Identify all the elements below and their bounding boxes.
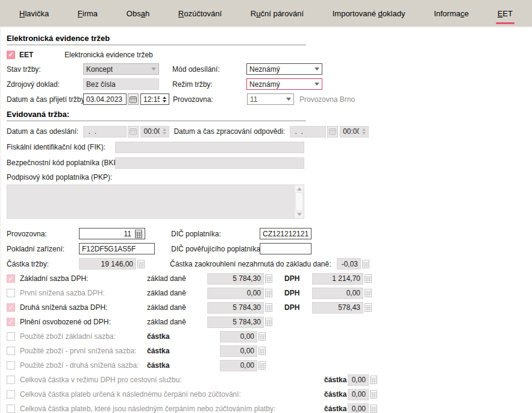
- dic-poplatnika-input[interactable]: CZ1212121218: [260, 228, 311, 239]
- section-title-evidovana-trzba: Evidovaná tržba:: [7, 109, 306, 121]
- checkbox-druha-snizena[interactable]: [7, 303, 15, 312]
- calculator-grid-icon: [370, 390, 377, 399]
- calendar-icon[interactable]: [128, 93, 139, 105]
- tab-obsah[interactable]: Obsah: [123, 7, 153, 20]
- total-row: Celková částka v režimu DPH pro cestovní…: [7, 373, 526, 387]
- scrollbar-thumb[interactable]: [295, 192, 303, 211]
- used-goods-label: Použité zboží základní sazba:: [20, 332, 147, 341]
- fik-row: Fiskální identifikační kód (FIK):: [7, 139, 526, 155]
- castka-label: částka: [324, 376, 346, 384]
- checkbox-zakladni-sazba[interactable]: [7, 274, 15, 283]
- mod-odesilani-label: Mód odesílání:: [172, 65, 246, 74]
- castka-field: 0,00: [220, 331, 257, 342]
- used-goods-row: Použité zboží - první snížená sazba: čás…: [7, 344, 526, 358]
- calculator-grid-icon: [370, 405, 377, 413]
- checkbox-pouzite-druha[interactable]: [7, 361, 15, 370]
- calculator-grid-icon: [265, 274, 272, 283]
- checkbox-naslednym-cerpanim[interactable]: [7, 405, 15, 413]
- calculator-grid-icon: [365, 289, 372, 297]
- base-amount-label: základ daně: [147, 289, 207, 297]
- castka-label: částka: [324, 390, 346, 399]
- dic-poverujiciho-input[interactable]: [260, 243, 311, 254]
- time-spinner: [163, 128, 166, 134]
- used-goods-label: Použité zboží - druhá snížená sazba:: [20, 361, 147, 370]
- calculator-grid-icon: [258, 332, 266, 341]
- checkbox-prvni-snizena[interactable]: [7, 289, 15, 297]
- calendar-icon: [128, 126, 139, 137]
- base-amount-field: 0,00: [207, 288, 264, 299]
- castka-field: 0,00: [348, 374, 369, 386]
- castka-field: 0,00: [348, 389, 369, 400]
- eet-checkbox-label: EET: [19, 51, 64, 59]
- provozovna2-input[interactable]: 11: [79, 228, 145, 239]
- cas-prijeti-time-input[interactable]: 12:15: [140, 93, 169, 105]
- tax-row-label: Druhá snížená sazba DPH:: [20, 303, 147, 312]
- time-spinner[interactable]: [163, 96, 166, 102]
- datum-prijeti-label: Datum a čas přijetí tržby:: [7, 95, 83, 104]
- zdrojovy-doklad-field: Bez čísla: [83, 78, 159, 90]
- calculator-grid-icon: [362, 260, 369, 268]
- stav-trzby-select[interactable]: Koncept: [83, 63, 159, 75]
- eet-checkbox[interactable]: [7, 51, 15, 59]
- rezim-trzby-select[interactable]: Neznámý: [246, 78, 322, 90]
- pokladni-dic2-row: Pokladní zařízení: F12DF5G1AS5F DIČ pově…: [7, 241, 526, 256]
- eet-enable-row: EET Elektronická evidence tržeb: [7, 48, 526, 61]
- datum-prijeti-row: Datum a čas přijetí tržby: 03.04.2023 12…: [7, 92, 526, 107]
- zaokrouhleni-field: -0,03: [337, 258, 361, 270]
- tax-row: První snížená sazba DPH: základ daně 0,0…: [7, 286, 526, 300]
- chevron-down-icon: [286, 98, 291, 101]
- checkbox-pouzite-prvni[interactable]: [7, 347, 15, 355]
- tab-importovane-doklady[interactable]: Importované doklady: [329, 7, 409, 20]
- fik-field: [115, 142, 304, 153]
- pokladni-zarizeni-input[interactable]: F12DF5G1AS5F: [79, 243, 155, 254]
- castka-label: částka: [324, 405, 346, 413]
- castka-field: 0,00: [220, 360, 257, 371]
- provozovna-dic-row: Provozovna: 11 DIČ poplatníka: CZ1212121…: [7, 226, 526, 241]
- stav-trzby-label: Stav tržby:: [7, 65, 83, 74]
- tab-firma[interactable]: Firma: [74, 7, 101, 20]
- checkbox-plneni-osvobozene[interactable]: [7, 318, 15, 326]
- datum-odeslani-row: Datum a čas odeslání: . . 00:00 Datum a …: [7, 124, 526, 139]
- datum-odeslani-date-field: . .: [83, 126, 127, 137]
- tab-eet[interactable]: EET: [494, 7, 516, 20]
- tab-bar: Hlavička Firma Obsah Rozúčtování Ruční p…: [0, 0, 532, 28]
- active-tab-indicator: [496, 22, 515, 24]
- rezim-trzby-label: Režim tržby:: [172, 80, 246, 89]
- pokladni-zarizeni-label: Pokladní zařízení:: [7, 245, 79, 253]
- base-amount-field: 5 784,30: [207, 317, 264, 328]
- scrollbar[interactable]: [294, 185, 304, 218]
- provozovna-note: Provozovna Brno: [299, 95, 355, 104]
- checkbox-pouzite-zakladni[interactable]: [7, 332, 15, 341]
- scroll-down-icon[interactable]: [297, 213, 302, 216]
- tab-hlavicka[interactable]: Hlavička: [16, 7, 52, 20]
- mod-odesilani-select[interactable]: Neznámý: [246, 63, 322, 75]
- total-row-label: Celková částka v režimu DPH pro cestovní…: [20, 376, 324, 384]
- checkbox-nasledne-cerpani[interactable]: [7, 390, 15, 399]
- time-spinner: [362, 128, 366, 134]
- checkbox-cestovni-sluzba[interactable]: [7, 376, 15, 384]
- dph-label: DPH: [284, 274, 312, 283]
- calculator-grid-icon: [265, 303, 272, 312]
- tab-informace[interactable]: Informace: [430, 7, 472, 20]
- base-amount-label: základ daně: [147, 303, 207, 312]
- datum-prijeti-date-input[interactable]: 03.04.2023: [83, 93, 127, 105]
- datum-odeslani-label: Datum a čas odeslání:: [7, 127, 78, 136]
- bkp-field: [115, 157, 304, 169]
- base-amount-label: základ daně: [147, 318, 207, 326]
- castka-trzby-label: Částka tržby:: [7, 260, 79, 268]
- dic-poplatnika-label: DIČ poplatníka:: [171, 230, 260, 238]
- datum-zpracovani-label: Datum a čas zpracování odpovědi:: [174, 127, 285, 136]
- calculator-grid-icon: [365, 274, 372, 283]
- dph-label: DPH: [284, 289, 312, 297]
- calculator-grid-icon: [137, 260, 145, 268]
- dic-poverujiciho-label: DIČ pověřujícího poplatníka:: [171, 245, 260, 253]
- scroll-up-icon[interactable]: [297, 188, 302, 191]
- dph-label: DPH: [284, 303, 312, 312]
- pkp-textarea[interactable]: [7, 184, 304, 219]
- calculator-grid-icon[interactable]: [135, 230, 142, 238]
- provozovna-select[interactable]: 11: [247, 93, 294, 105]
- castka-label: částka: [147, 347, 220, 355]
- tab-rozuctovani[interactable]: Rozúčtování: [175, 7, 225, 20]
- tab-rucni-parovani[interactable]: Ruční párování: [247, 7, 307, 20]
- calculator-grid-icon: [365, 303, 372, 312]
